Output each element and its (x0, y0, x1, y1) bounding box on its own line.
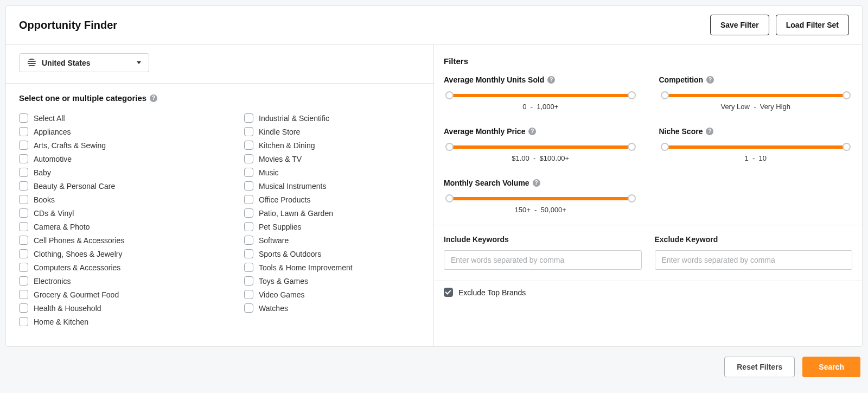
category-checkbox[interactable] (19, 222, 28, 231)
category-checkbox[interactable] (244, 303, 253, 313)
category-checkbox[interactable] (19, 168, 28, 177)
category-checkbox[interactable] (19, 141, 28, 150)
filter-units: Average Monthly Units Sold ? 0 - 1,000+ (444, 75, 637, 111)
category-checkbox[interactable] (244, 113, 253, 123)
category-checkbox[interactable] (244, 263, 253, 272)
category-checkbox[interactable] (244, 236, 253, 245)
category-checkbox[interactable] (19, 127, 28, 136)
category-checkbox[interactable] (19, 181, 28, 191)
price-slider-thumb-right[interactable] (628, 143, 636, 151)
category-row[interactable]: Industrial & Scientific (244, 111, 420, 125)
include-keywords-input[interactable] (444, 250, 642, 270)
category-row[interactable]: Home & Kitchen (19, 315, 195, 328)
category-row[interactable]: Health & Household (19, 301, 195, 315)
category-row[interactable]: Patio, Lawn & Garden (244, 206, 420, 220)
category-checkbox[interactable] (19, 195, 28, 204)
category-row[interactable]: Kitchen & Dining (244, 138, 420, 152)
category-row[interactable]: Clothing, Shoes & Jewelry (19, 247, 195, 261)
category-row[interactable]: Software (244, 233, 420, 247)
competition-slider[interactable] (665, 94, 847, 97)
niche-slider-thumb-right[interactable] (843, 143, 851, 151)
category-row[interactable]: Music (244, 166, 420, 179)
help-icon[interactable]: ? (706, 76, 714, 84)
niche-slider-thumb-left[interactable] (661, 143, 669, 151)
competition-slider-thumb-left[interactable] (661, 91, 669, 99)
category-row[interactable]: Video Games (244, 288, 420, 301)
category-checkbox[interactable] (244, 168, 253, 177)
category-row[interactable]: Automotive (19, 152, 195, 166)
category-checkbox[interactable] (244, 127, 253, 136)
category-checkbox[interactable] (244, 181, 253, 191)
category-checkbox[interactable] (244, 141, 253, 150)
category-row[interactable]: Office Products (244, 193, 420, 206)
category-row[interactable]: Toys & Games (244, 274, 420, 288)
select-all-row[interactable]: Select All (19, 111, 195, 125)
exclude-top-brands-checkbox[interactable] (444, 288, 453, 297)
category-row[interactable]: Cell Phones & Accessories (19, 233, 195, 247)
category-checkbox[interactable] (244, 208, 253, 218)
category-checkbox[interactable] (19, 154, 28, 163)
category-label: Arts, Crafts & Sewing (34, 141, 106, 150)
category-row[interactable]: Appliances (19, 125, 195, 138)
help-icon[interactable]: ? (547, 76, 555, 84)
category-row[interactable]: Pet Supplies (244, 220, 420, 233)
exclude-top-brands-row[interactable]: Exclude Top Brands (434, 281, 862, 302)
category-row[interactable]: Electronics (19, 274, 195, 288)
category-row[interactable]: Movies & TV (244, 152, 420, 166)
category-row[interactable]: Beauty & Personal Care (19, 179, 195, 193)
exclude-keyword-input[interactable] (655, 250, 853, 270)
category-checkbox[interactable] (244, 195, 253, 204)
category-checkbox[interactable] (19, 208, 28, 218)
category-row[interactable]: Musical Instruments (244, 179, 420, 193)
search-volume-slider-thumb-left[interactable] (445, 194, 454, 202)
category-row[interactable]: Tools & Home Improvement (244, 261, 420, 274)
niche-range: 1 - 10 (665, 154, 847, 162)
category-checkbox[interactable] (19, 317, 28, 326)
category-row[interactable]: Baby (19, 166, 195, 179)
price-slider[interactable] (449, 145, 632, 149)
category-checkbox[interactable] (19, 263, 28, 272)
reset-filters-button[interactable]: Reset Filters (724, 357, 795, 377)
category-checkbox[interactable] (244, 276, 253, 286)
price-slider-thumb-left[interactable] (445, 143, 454, 151)
category-checkbox[interactable] (19, 303, 28, 313)
category-checkbox[interactable] (244, 222, 253, 231)
category-row[interactable]: Kindle Store (244, 125, 420, 138)
niche-slider[interactable] (665, 145, 847, 149)
search-volume-range: 150+ - 50,000+ (449, 206, 632, 214)
country-select[interactable]: United States (19, 53, 149, 72)
units-slider-thumb-left[interactable] (445, 91, 454, 99)
units-slider[interactable] (449, 94, 632, 97)
category-row[interactable]: Sports & Outdoors (244, 247, 420, 261)
category-checkbox[interactable] (244, 249, 253, 258)
load-filter-set-button[interactable]: Load Filter Set (776, 15, 849, 35)
help-icon[interactable]: ? (150, 94, 157, 102)
category-checkbox[interactable] (19, 290, 28, 299)
search-volume-slider-thumb-right[interactable] (628, 194, 636, 202)
search-volume-slider[interactable] (449, 197, 632, 200)
help-icon[interactable]: ? (533, 179, 540, 187)
category-row[interactable]: Computers & Accessories (19, 261, 195, 274)
category-row[interactable]: Watches (244, 301, 420, 315)
category-label: Computers & Accessories (34, 263, 120, 272)
select-all-checkbox[interactable] (19, 113, 28, 123)
category-checkbox[interactable] (244, 154, 253, 163)
category-row[interactable]: Arts, Crafts & Sewing (19, 138, 195, 152)
category-row[interactable]: Grocery & Gourmet Food (19, 288, 195, 301)
category-row[interactable]: Camera & Photo (19, 220, 195, 233)
help-icon[interactable]: ? (528, 128, 536, 135)
opportunity-finder-card: Opportunity Finder Save Filter Load Filt… (5, 5, 863, 347)
filter-search-volume: Monthly Search Volume ? 150+ - 50,000+ (444, 179, 637, 214)
save-filter-button[interactable]: Save Filter (710, 15, 769, 35)
category-checkbox[interactable] (19, 236, 28, 245)
category-checkbox[interactable] (244, 290, 253, 299)
competition-slider-thumb-right[interactable] (843, 91, 851, 99)
category-checkbox[interactable] (19, 276, 28, 286)
categories-column-1: Select All AppliancesArts, Crafts & Sewi… (19, 111, 195, 328)
category-row[interactable]: Books (19, 193, 195, 206)
category-checkbox[interactable] (19, 249, 28, 258)
units-slider-thumb-right[interactable] (628, 91, 636, 99)
search-button[interactable]: Search (802, 357, 860, 377)
category-row[interactable]: CDs & Vinyl (19, 206, 195, 220)
help-icon[interactable]: ? (706, 128, 713, 135)
